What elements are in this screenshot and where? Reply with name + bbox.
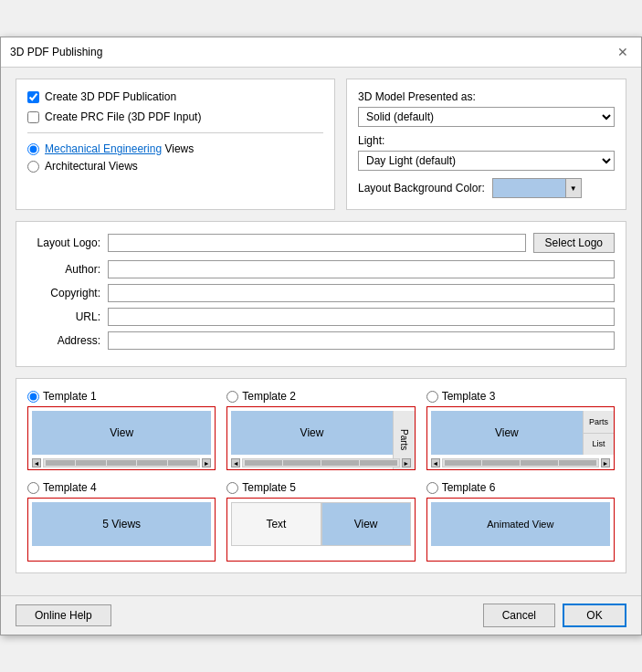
cancel-button[interactable]: Cancel	[483, 604, 555, 627]
t3-scroll-right[interactable]: ►	[601, 458, 610, 467]
template-3-scrollbar: ◄ ►	[431, 458, 610, 467]
template-2-item: Template 2 View Parts ◄	[226, 390, 415, 470]
author-row: Author:	[27, 260, 615, 278]
color-dropdown-btn[interactable]: ▼	[565, 178, 582, 198]
template-6-label[interactable]: Template 6	[426, 481, 615, 494]
footer-right-buttons: Cancel OK	[483, 604, 626, 627]
template-5-label[interactable]: Template 5	[226, 481, 415, 494]
template-3-item: Template 3 View Parts List	[426, 390, 615, 470]
template-5-radio[interactable]	[226, 482, 238, 494]
light-dropdown-row: Day Light (default) Night Light Custom	[358, 151, 615, 171]
template-5-box[interactable]: Text View	[226, 498, 415, 562]
scroll-track[interactable]	[43, 458, 200, 467]
logo-input[interactable]	[108, 234, 526, 252]
address-label: Address:	[27, 334, 100, 347]
template-1-view: View	[32, 411, 211, 455]
scroll-seg5	[168, 460, 197, 466]
template-1-box[interactable]: View ◄ ►	[27, 406, 216, 470]
architectural-radio[interactable]	[27, 161, 39, 173]
architectural-label: Architectural Views	[45, 160, 138, 173]
mechanical-suffix: Views	[164, 142, 194, 155]
template-2-radio[interactable]	[226, 391, 238, 403]
form-section: Layout Logo: Select Logo Author: Copyrig…	[16, 221, 626, 367]
url-input[interactable]	[108, 308, 615, 326]
template-1-radio[interactable]	[27, 391, 39, 403]
template-2-box[interactable]: View Parts ◄	[226, 406, 415, 470]
create3d-row: Create 3D PDF Publication	[27, 90, 323, 103]
createprc-label: Create PRC File (3D PDF Input)	[45, 110, 201, 123]
author-label: Author:	[27, 263, 100, 276]
scroll-seg4	[137, 460, 166, 466]
ok-button[interactable]: OK	[563, 604, 626, 627]
model-dropdown-row: Solid (default) Wireframe Transparent	[358, 107, 615, 127]
scroll-seg3	[107, 460, 136, 466]
template-1-text: Template 1	[43, 390, 97, 403]
light-select[interactable]: Day Light (default) Night Light Custom	[358, 151, 615, 171]
template-3-label[interactable]: Template 3	[426, 390, 615, 403]
light-label: Light:	[358, 134, 615, 147]
template-4-box[interactable]: 5 Views	[27, 498, 216, 562]
color-row: Layout Background Color: ▼	[358, 178, 615, 198]
select-logo-button[interactable]: Select Logo	[533, 233, 615, 253]
left-panel: Create 3D PDF Publication Create PRC Fil…	[16, 79, 335, 210]
createprc-row: Create PRC File (3D PDF Input)	[27, 110, 323, 123]
author-input[interactable]	[108, 260, 615, 278]
create3d-label: Create 3D PDF Publication	[45, 90, 176, 103]
logo-row: Layout Logo: Select Logo	[27, 233, 615, 253]
logo-label: Layout Logo:	[27, 236, 100, 249]
template-5-view-area: View	[321, 502, 411, 546]
t2-scroll-right[interactable]: ►	[402, 458, 411, 467]
t2-scroll-left[interactable]: ◄	[231, 458, 240, 467]
template-5-item: Template 5 Text View	[226, 481, 415, 562]
template-1-item: Template 1 View ◄	[27, 390, 216, 470]
template-5-text: Template 5	[242, 481, 296, 494]
template-6-box[interactable]: Animated View	[426, 498, 615, 562]
template-3-list: List	[583, 434, 614, 456]
t2-scroll-track[interactable]	[242, 458, 399, 467]
architectural-row: Architectural Views	[27, 160, 323, 173]
mechanical-radio[interactable]	[27, 143, 39, 155]
address-input[interactable]	[108, 331, 615, 350]
model-label: 3D Model Presented as:	[358, 90, 615, 103]
template-1-label[interactable]: Template 1	[27, 390, 216, 403]
template-4-item: Template 4 5 Views	[27, 481, 216, 562]
templates-section: Template 1 View ◄	[16, 378, 626, 573]
scroll-seg1	[46, 460, 75, 466]
t3-scroll-track[interactable]	[442, 458, 599, 467]
template-3-box[interactable]: View Parts List ◄	[426, 406, 615, 470]
template-4-label[interactable]: Template 4	[27, 481, 216, 494]
template-6-animated-view: Animated View	[431, 502, 610, 546]
url-label: URL:	[27, 310, 100, 323]
create3d-checkbox[interactable]	[27, 91, 39, 103]
template-3-radio[interactable]	[426, 391, 438, 403]
template-2-view: View	[231, 411, 392, 455]
template-6-text: Template 6	[442, 481, 496, 494]
top-section: Create 3D PDF Publication Create PRC Fil…	[16, 79, 626, 210]
mechanical-link[interactable]: Mechanical Engineering	[45, 142, 162, 155]
address-row: Address:	[27, 331, 615, 350]
copyright-row: Copyright:	[27, 284, 615, 302]
copyright-input[interactable]	[108, 284, 615, 302]
mechanical-row: Mechanical Engineering Views	[27, 142, 323, 155]
model-select[interactable]: Solid (default) Wireframe Transparent	[358, 107, 615, 127]
window-title: 3D PDF Publishing	[10, 46, 102, 58]
template-6-radio[interactable]	[426, 482, 438, 494]
template-5-text-area: Text	[231, 502, 321, 546]
scroll-left-arrow[interactable]: ◄	[32, 458, 41, 467]
t3-scroll-left[interactable]: ◄	[431, 458, 440, 467]
online-help-button[interactable]: Online Help	[16, 604, 111, 626]
scroll-right-arrow[interactable]: ►	[202, 458, 211, 467]
close-button[interactable]: ✕	[614, 43, 632, 61]
footer-bar: Online Help Cancel OK	[1, 595, 641, 635]
scroll-seg2	[76, 460, 105, 466]
template-4-radio[interactable]	[27, 482, 39, 494]
color-box[interactable]	[492, 178, 565, 198]
color-picker-wrapper: ▼	[492, 178, 582, 198]
template-3-view: View	[431, 411, 583, 455]
template-5-layout: Text View	[231, 502, 410, 546]
templates-grid: Template 1 View ◄	[27, 390, 615, 562]
copyright-label: Copyright:	[27, 287, 100, 299]
template-4-fiveviews: 5 Views	[32, 502, 211, 546]
createprc-checkbox[interactable]	[27, 111, 39, 123]
template-2-label[interactable]: Template 2	[226, 390, 415, 403]
